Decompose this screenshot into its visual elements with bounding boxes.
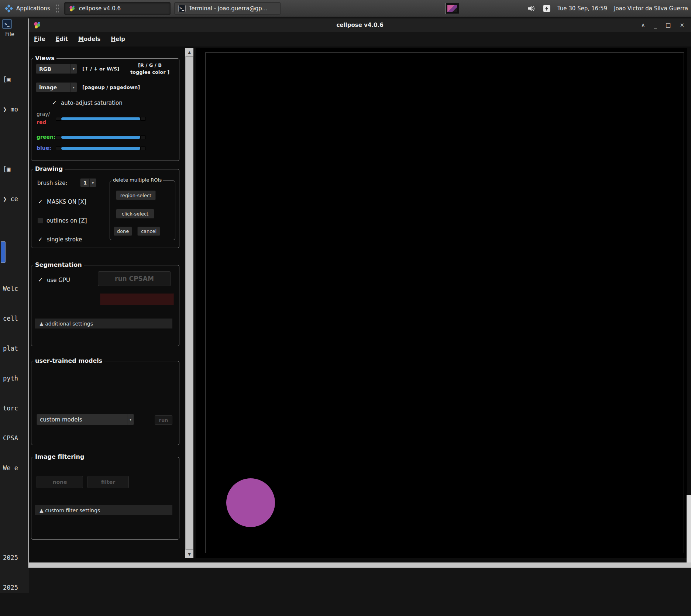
terminal-line: ❯ ce: [3, 194, 25, 204]
menu-mnemonic: E: [56, 36, 59, 42]
filter-button[interactable]: filter: [87, 476, 129, 488]
filter-none-button[interactable]: none: [37, 476, 83, 488]
slider-handle-left[interactable]: [56, 135, 61, 139]
slider-fill: [61, 147, 140, 150]
button-label: cancel: [141, 228, 157, 234]
color-toggle-hint-line1: [R / G / B: [122, 62, 178, 69]
blue-saturation-slider[interactable]: [56, 147, 146, 150]
drawing-section: Drawing brush size: 1 delete multiple RO…: [31, 169, 179, 248]
canvas-border: [205, 52, 684, 553]
layer-select[interactable]: image: [36, 82, 77, 92]
menu-help[interactable]: Help: [106, 36, 130, 42]
view-mode-select[interactable]: RGB: [36, 64, 77, 74]
single-stroke-checkbox[interactable]: single stroke: [37, 236, 82, 243]
window-title: cellpose v4.0.6: [29, 22, 691, 28]
use-gpu-checkbox[interactable]: use GPU: [37, 276, 70, 283]
power-manager-icon[interactable]: [543, 4, 551, 13]
menu-label: ile: [38, 36, 45, 42]
slider-handle-right[interactable]: [140, 135, 146, 139]
workspace-thumbnail: [447, 5, 457, 12]
terminal-line: [3, 134, 25, 144]
minimize-button[interactable]: _: [654, 22, 657, 28]
green-channel-label: green:: [37, 134, 55, 140]
terminal-titlebar-icon: >_: [2, 19, 12, 29]
done-button[interactable]: done: [114, 227, 132, 236]
shade-button[interactable]: ∧: [641, 22, 645, 28]
titlebar[interactable]: cellpose v4.0.6 ∧ _ □ ×: [29, 18, 691, 32]
user-name[interactable]: Joao Victor da Silva Guerra: [614, 5, 688, 12]
slider-handle-left[interactable]: [56, 147, 61, 150]
terminal-line: [3, 523, 25, 533]
image-filtering-title: Image filtering: [33, 453, 86, 460]
red-saturation-slider[interactable]: [56, 117, 146, 121]
custom-filter-settings-label: ▲ custom filter settings: [39, 507, 100, 513]
panel-scrollbar-thumb[interactable]: [186, 56, 193, 550]
click-select-button[interactable]: click-select: [116, 209, 154, 218]
workspace-switcher[interactable]: [445, 3, 459, 14]
window-right-scrollbar[interactable]: [687, 495, 691, 562]
run-model-button[interactable]: run: [155, 415, 172, 425]
auto-adjust-checkbox[interactable]: auto-adjust saturation: [51, 99, 123, 106]
terminal-line: ❯ mo: [3, 104, 25, 114]
brush-size-label: brush size:: [37, 180, 67, 186]
button-label: region-select: [120, 193, 151, 198]
menu-label: odels: [84, 36, 100, 42]
auto-adjust-label: auto-adjust saturation: [61, 100, 123, 106]
cancel-button[interactable]: cancel: [137, 227, 160, 236]
color-toggle-hint: [R / G / B toggles color ]: [122, 62, 178, 76]
terminal-menu-file[interactable]: File: [5, 31, 14, 38]
maximize-button[interactable]: □: [666, 22, 671, 28]
menu-file[interactable]: File: [29, 36, 51, 42]
menu-mnemonic: H: [111, 36, 116, 42]
brush-size-select[interactable]: 1: [80, 178, 96, 187]
scroll-down-button[interactable]: ▼: [185, 550, 193, 558]
taskbar-tab-label: cellpose v4.0.6: [79, 5, 121, 12]
slider-handle-right[interactable]: [140, 117, 146, 121]
cell-mask-circle[interactable]: [226, 478, 275, 527]
taskbar-tab-label: Terminal - joao.guerra@gp…: [189, 5, 268, 12]
image-canvas[interactable]: [196, 48, 687, 558]
taskbar-tab-terminal[interactable]: >_ Terminal - joao.guerra@gp…: [174, 2, 281, 15]
terminal-icon: >_: [178, 5, 186, 12]
chevron-down-icon: [70, 83, 77, 92]
checkbox-unchecked-icon: [37, 218, 43, 224]
terminal-line: Welc: [3, 284, 25, 294]
terminal-line: plat: [3, 344, 25, 354]
terminal-output: [▣ ❯ mo [▣ ❯ ce Welc cell plat pyth torc…: [3, 55, 25, 593]
slider-fill: [61, 136, 140, 139]
outlines-on-checkbox[interactable]: outlines on [Z]: [37, 217, 87, 224]
drawing-title: Drawing: [33, 165, 65, 172]
button-label: done: [117, 228, 129, 234]
terminal-line: cell: [3, 314, 25, 324]
slider-handle-right[interactable]: [140, 147, 146, 150]
screen: Applications cellpose v4.0.6 >_ Terminal…: [0, 0, 691, 616]
terminal-line: 2025: [3, 583, 25, 593]
masks-on-checkbox[interactable]: MASKS ON [X]: [37, 198, 86, 205]
additional-settings-toggle[interactable]: ▲ additional settings: [35, 319, 172, 328]
user-models-section: user-trained models custom models run: [31, 361, 179, 445]
menu-models[interactable]: Models: [73, 36, 106, 42]
volume-icon[interactable]: [527, 4, 536, 13]
control-panel: Views RGB [↑ / ↓ or W/S] [R / G / B togg…: [31, 47, 184, 562]
image-filtering-section: Image filtering none filter ▲ custom fil…: [31, 457, 179, 540]
terminal-window[interactable]: >_ File [▣ ❯ mo [▣ ❯ ce Welc cell plat p…: [0, 17, 29, 593]
region-select-button[interactable]: region-select: [116, 190, 156, 200]
taskbar-tab-cellpose[interactable]: cellpose v4.0.6: [64, 2, 171, 15]
custom-filter-settings-toggle[interactable]: ▲ custom filter settings: [35, 505, 172, 515]
run-cpsam-button[interactable]: run CPSAM: [98, 271, 171, 286]
scroll-up-button[interactable]: ▲: [185, 48, 193, 56]
terminal-scrollbar-thumb[interactable]: [1, 241, 6, 263]
use-gpu-label: use GPU: [47, 277, 70, 283]
masks-on-label: MASKS ON [X]: [47, 199, 86, 205]
views-section: Views RGB [↑ / ↓ or W/S] [R / G / B togg…: [31, 58, 179, 161]
custom-models-select[interactable]: custom models: [37, 414, 134, 425]
green-saturation-slider[interactable]: [56, 135, 146, 139]
clock[interactable]: Tue 30 Sep, 16:59: [557, 5, 607, 12]
blue-channel-label: blue:: [37, 145, 51, 151]
segmentation-progress-bar: [100, 293, 174, 305]
panel-scrollbar[interactable]: ▲ ▼: [185, 48, 193, 558]
applications-menu-button[interactable]: Applications: [0, 0, 55, 17]
slider-handle-left[interactable]: [56, 117, 61, 121]
close-button[interactable]: ×: [680, 22, 684, 28]
menu-edit[interactable]: Edit: [51, 36, 73, 42]
